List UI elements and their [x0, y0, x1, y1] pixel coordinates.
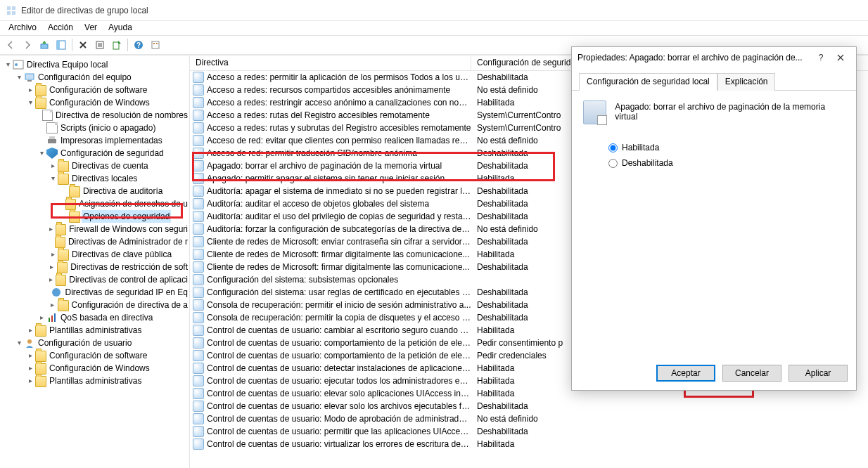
ipsec-icon: [51, 287, 62, 298]
export-button[interactable]: [109, 37, 125, 53]
apply-button[interactable]: Aplicar: [789, 365, 848, 382]
chevron-down-icon[interactable]: ▾: [48, 172, 58, 185]
chevron-right-icon[interactable]: ▸: [48, 248, 58, 261]
folder-icon: [58, 249, 69, 261]
tree-firewall[interactable]: ▸Firewall de Windows con seguri: [3, 223, 189, 235]
tree-network-list[interactable]: Directivas de Administrador de r: [3, 235, 189, 248]
policy-item-icon: [193, 148, 204, 159]
filter-button[interactable]: [148, 37, 163, 53]
policy-name-cell: Auditoría: forzar la configuración de su…: [207, 224, 471, 234]
chevron-right-icon[interactable]: ▸: [46, 223, 55, 235]
policy-row[interactable]: Control de cuentas de usuario: permitir …: [190, 425, 868, 438]
tree-advanced-audit[interactable]: ▸Configuración de directiva de a: [3, 299, 189, 311]
radio-disabled-input[interactable]: [608, 159, 618, 168]
chevron-right-icon[interactable]: ▸: [25, 349, 35, 362]
policy-item-icon: [193, 72, 204, 83]
tree-public-key[interactable]: ▸Directivas de clave pública: [3, 248, 189, 261]
tree-software-config[interactable]: ▸Configuración de software: [3, 84, 189, 96]
svg-rect-26: [51, 316, 53, 322]
tree-local-policies[interactable]: ▾Directivas locales: [3, 172, 189, 185]
dialog-help-button[interactable]: ?: [811, 51, 831, 65]
policy-row[interactable]: Control de cuentas de usuario: Modo de a…: [190, 412, 868, 425]
tree-qos[interactable]: ▸QoS basada en directiva: [3, 311, 189, 324]
separator-icon: [127, 39, 128, 51]
tree-ipsec[interactable]: Directivas de seguridad IP en Eq: [3, 286, 189, 299]
chevron-right-icon[interactable]: ▸: [25, 362, 35, 375]
folder-icon: [69, 186, 80, 197]
tree-printers[interactable]: Impresoras implementadas: [3, 134, 189, 147]
chevron-right-icon[interactable]: ▸: [37, 311, 46, 324]
up-button[interactable]: [37, 37, 52, 53]
column-directive[interactable]: Directiva: [190, 56, 471, 70]
policy-item-icon: [193, 97, 204, 108]
dialog-titlebar[interactable]: Propiedades: Apagado: borrar el archivo …: [572, 47, 856, 68]
tree-windows-config[interactable]: ▾Configuración de Windows: [3, 96, 189, 109]
tree-name-resolution[interactable]: Directiva de resolución de nombres: [3, 109, 189, 122]
tree-software-restriction[interactable]: ▸Directivas de restricción de soft: [3, 261, 189, 273]
policy-item-icon: [193, 287, 204, 298]
folder-icon: [65, 199, 76, 210]
chevron-down-icon[interactable]: ▾: [25, 96, 35, 109]
tree-computer-config[interactable]: ▾Configuración del equipo: [3, 71, 189, 84]
show-hide-tree-button[interactable]: [53, 37, 69, 53]
shield-icon: [46, 148, 58, 159]
policy-name-cell: Control de cuentas de usuario: comportam…: [207, 338, 471, 348]
tree-app-control[interactable]: ▸Directivas de control de aplicaci: [3, 273, 189, 286]
policy-item-icon: [193, 375, 204, 386]
tree-audit-policy[interactable]: Directiva de auditoría: [3, 185, 189, 197]
tree-admin-templates-user[interactable]: ▸Plantillas administrativas: [3, 375, 189, 387]
chevron-down-icon[interactable]: ▾: [14, 337, 24, 349]
policy-row[interactable]: Control de cuentas de usuario: elevar so…: [190, 400, 868, 412]
chevron-down-icon[interactable]: ▾: [3, 58, 13, 71]
help-button[interactable]: ?: [131, 37, 146, 53]
chevron-down-icon[interactable]: ▾: [14, 71, 24, 84]
back-button[interactable]: [3, 37, 18, 53]
menu-help[interactable]: Ayuda: [103, 21, 138, 35]
tree-windows-config-user[interactable]: ▸Configuración de Windows: [3, 362, 189, 375]
delete-button[interactable]: [75, 37, 91, 53]
tree-security-options[interactable]: Opciones de seguridad: [3, 210, 189, 223]
tree-user-config[interactable]: ▾Configuración de usuario: [3, 337, 189, 349]
accept-button[interactable]: Aceptar: [656, 365, 715, 382]
properties-button[interactable]: [92, 37, 108, 53]
tree-account-policies[interactable]: ▸Directivas de cuenta: [3, 160, 189, 172]
policy-value-cell: No está definido: [471, 414, 868, 424]
tab-explanation[interactable]: Explicación: [717, 73, 776, 91]
chevron-down-icon[interactable]: ▾: [37, 147, 46, 160]
menu-view[interactable]: Ver: [79, 21, 103, 35]
tree-user-rights[interactable]: Asignación de derechos de u: [3, 197, 189, 210]
radio-disabled[interactable]: Deshabilitada: [608, 158, 845, 168]
policy-name: Apagado: borrar el archivo de paginación…: [615, 100, 845, 124]
chevron-right-icon[interactable]: ▸: [25, 375, 35, 387]
menu-file[interactable]: Archivo: [3, 21, 42, 35]
policy-row[interactable]: Control de cuentas de usuario: virtualiz…: [190, 438, 868, 450]
policy-item-icon: [193, 413, 204, 424]
scope-tree[interactable]: ▾Directiva Equipo local ▾Configuración d…: [3, 58, 189, 387]
chevron-right-icon[interactable]: ▸: [47, 261, 57, 273]
svg-rect-27: [54, 313, 56, 322]
app-icon: [6, 5, 17, 16]
radio-enabled[interactable]: Habilitada: [608, 143, 845, 152]
tree-security-config[interactable]: ▾Configuración de seguridad: [3, 147, 189, 160]
tree-admin-templates[interactable]: ▸Plantillas administrativas: [3, 324, 189, 337]
svg-rect-15: [152, 41, 159, 48]
tab-local-security[interactable]: Configuración de seguridad local: [579, 73, 717, 91]
dialog-close-button[interactable]: [831, 51, 850, 65]
chevron-right-icon[interactable]: ▸: [25, 84, 35, 96]
user-icon: [24, 337, 35, 349]
radio-enabled-input[interactable]: [608, 143, 618, 152]
policy-name-cell: Acceso a redes: rutas del Registro acces…: [207, 110, 430, 120]
policy-item-icon: [193, 312, 204, 323]
chevron-right-icon[interactable]: ▸: [46, 273, 55, 286]
chevron-right-icon[interactable]: ▸: [48, 299, 58, 311]
menu-action[interactable]: Acción: [42, 21, 79, 35]
tree-root[interactable]: ▾Directiva Equipo local: [3, 58, 189, 71]
tree-scripts[interactable]: Scripts (inicio o apagado): [3, 122, 189, 134]
forward-button[interactable]: [20, 37, 35, 53]
tree-software-config-user[interactable]: ▸Configuración de software: [3, 349, 189, 362]
folder-icon: [35, 98, 46, 109]
chevron-right-icon[interactable]: ▸: [25, 324, 35, 337]
policy-item-icon: [193, 84, 204, 96]
cancel-button[interactable]: Cancelar: [722, 365, 781, 382]
chevron-right-icon[interactable]: ▸: [48, 160, 58, 172]
